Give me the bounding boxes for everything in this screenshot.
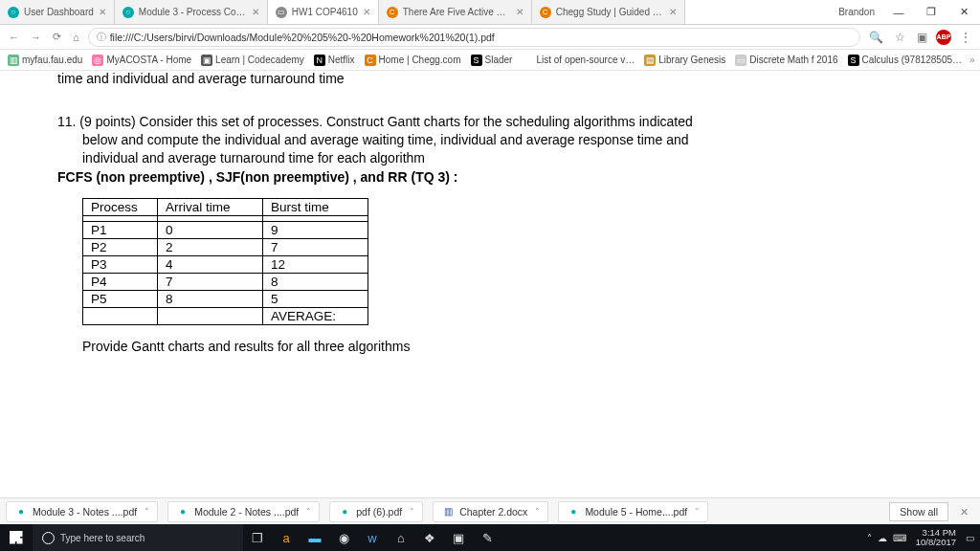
bookmarks-bar: ▥myfau.fau.edu◎MyACOSTA - Home▣Learn | C… (0, 50, 980, 71)
th-process: Process (83, 198, 158, 215)
chevron-up-icon: ˄ (145, 507, 149, 517)
cell-process: P5 (83, 290, 158, 307)
question-line1: Consider this set of processes. Construc… (140, 114, 693, 129)
cast-icon[interactable]: ▣ (914, 31, 930, 44)
close-downloads-bar-button[interactable]: ✕ (954, 506, 974, 518)
chevron-up-icon: ˄ (535, 507, 540, 517)
taskbar-app-icon[interactable]: ▬ (301, 524, 329, 551)
download-label: Module 5 - Home....pdf (585, 506, 687, 518)
cell-burst: 12 (263, 255, 368, 273)
file-icon: ● (567, 505, 580, 518)
taskbar-app-icon[interactable]: a (272, 524, 301, 551)
cortana-icon (42, 532, 55, 544)
download-item[interactable]: ●pdf (6).pdf˄ (329, 501, 423, 522)
th-arrival: Arrival time (158, 198, 263, 215)
taskbar-clock[interactable]: 3:14 PM 10/8/2017 (912, 528, 960, 547)
home-button[interactable]: ⌂ (70, 32, 82, 43)
close-window-button[interactable]: ✕ (947, 0, 980, 24)
cell-arrival: 0 (158, 221, 263, 238)
instruction-line: Provide Gantt charts and results for all… (82, 339, 923, 354)
browser-tab[interactable]: ○User Dashboard✕ (0, 0, 115, 24)
bookmark-item[interactable]: ▭Discrete Math f 2016 (733, 55, 839, 66)
cell-process: P3 (83, 255, 158, 273)
taskbar-store-icon[interactable]: ⌂ (387, 524, 415, 551)
clock-date: 10/8/2017 (916, 538, 956, 547)
task-view-icon[interactable]: ❐ (243, 524, 272, 551)
bookmark-item[interactable]: SSlader (469, 55, 515, 66)
download-item[interactable]: ▥Chapter 2.docx˄ (433, 501, 548, 522)
maximize-button[interactable]: ❐ (915, 0, 947, 24)
browser-tab[interactable]: CThere Are Five Active Pr…✕ (379, 0, 532, 24)
system-tray: ˄ ☁ ⌨ 3:14 PM 10/8/2017 ▭ (861, 528, 980, 547)
menu-icon[interactable]: ⋮ (957, 31, 974, 44)
cell-arrival: 4 (158, 255, 263, 273)
cell-process: P2 (83, 238, 158, 255)
window-user-label: Brandon (831, 7, 882, 17)
tray-chevron-icon[interactable]: ˄ (867, 533, 872, 543)
cell-arrival: 8 (158, 290, 263, 307)
notifications-icon[interactable]: ▭ (966, 533, 974, 543)
show-all-downloads-button[interactable]: Show all (889, 502, 948, 521)
taskbar-app-icon[interactable]: ▣ (444, 524, 473, 551)
tray-cloud-icon[interactable]: ☁ (878, 533, 887, 543)
download-item[interactable]: ●Module 5 - Home....pdf˄ (558, 501, 708, 522)
bookmark-item[interactable]: ▥myfau.fau.edu (6, 55, 84, 66)
taskbar-app-icon[interactable]: ✎ (473, 524, 501, 551)
taskbar-search[interactable]: Type here to search (33, 524, 243, 551)
download-label: Module 3 - Notes ....pdf (33, 506, 137, 518)
search-placeholder: Type here to search (60, 533, 145, 543)
bookmark-item[interactable]: NNetflix (312, 55, 357, 66)
table-row: P109 (83, 221, 368, 238)
reload-button[interactable]: ⟳ (50, 31, 64, 43)
download-item[interactable]: ●Module 2 - Notes ....pdf˄ (167, 501, 320, 522)
abp-icon[interactable]: ABP (936, 30, 951, 45)
chevron-up-icon: ˄ (306, 507, 311, 517)
bookmark-item[interactable]: ▣Learn | Codecademy (199, 55, 306, 66)
tab-close-icon[interactable]: ✕ (252, 7, 259, 17)
cell-burst: 9 (263, 221, 368, 238)
bookmarks-overflow-icon[interactable]: » (969, 55, 975, 65)
forward-button[interactable]: → (28, 32, 44, 43)
tab-close-icon[interactable]: ✕ (363, 7, 370, 17)
bookmark-item[interactable]: ▤Library Genesis (642, 55, 727, 66)
table-header-row: Process Arrival time Burst time (83, 198, 368, 215)
tab-close-icon[interactable]: ✕ (669, 7, 677, 17)
back-button[interactable]: ← (6, 32, 22, 43)
browser-tab[interactable]: ○Module 3 - Process Con…✕ (115, 0, 268, 24)
minimize-button[interactable]: — (882, 0, 915, 24)
file-icon: ▥ (441, 505, 455, 518)
taskbar-chrome-icon[interactable]: ◉ (329, 524, 358, 551)
bookmark-label: myfau.fau.edu (22, 55, 82, 65)
file-icon: ● (176, 505, 189, 518)
average-label: AVERAGE: (263, 307, 368, 324)
info-icon: ⓘ (97, 31, 106, 44)
bookmark-favicon: ◎ (92, 55, 103, 66)
window-controls: — ❐ ✕ (882, 0, 980, 24)
start-button[interactable] (0, 531, 33, 544)
bookmark-item[interactable]: SCalculus (978128505… (846, 55, 965, 66)
cell-burst: 8 (263, 273, 368, 290)
cell-arrival: 2 (158, 238, 263, 255)
zoom-icon[interactable]: 🔍 (866, 31, 886, 44)
taskbar-dropbox-icon[interactable]: ❖ (415, 524, 444, 551)
bookmark-item[interactable]: CHome | Chegg.com (363, 55, 463, 66)
browser-tab[interactable]: CChegg Study | Guided S…✕ (532, 0, 685, 24)
tab-favicon: ▭ (276, 7, 287, 18)
bookmark-label: Learn | Codecademy (215, 55, 304, 65)
bookmark-item[interactable]: WList of open-source v… (520, 55, 636, 66)
tab-label: Chegg Study | Guided S… (556, 7, 664, 17)
tab-favicon: C (540, 7, 551, 18)
tab-close-icon[interactable]: ✕ (99, 7, 106, 17)
browser-tab[interactable]: ▭HW1 COP4610✕ (268, 0, 379, 24)
tray-keyboard-icon[interactable]: ⌨ (893, 533, 906, 543)
url-field[interactable]: ⓘ file:///C:/Users/birvi/Downloads/Modul… (88, 28, 860, 47)
cell-process: P1 (83, 221, 158, 238)
bookmark-item[interactable]: ◎MyACOSTA - Home (90, 55, 193, 66)
tab-close-icon[interactable]: ✕ (516, 7, 523, 17)
download-item[interactable]: ●Module 3 - Notes ....pdf˄ (6, 501, 158, 522)
download-label: pdf (6).pdf (356, 506, 402, 518)
cell-process: P4 (83, 273, 158, 290)
taskbar-word-icon[interactable]: w (358, 524, 387, 551)
star-icon[interactable]: ☆ (892, 31, 908, 44)
file-icon: ● (338, 505, 351, 518)
